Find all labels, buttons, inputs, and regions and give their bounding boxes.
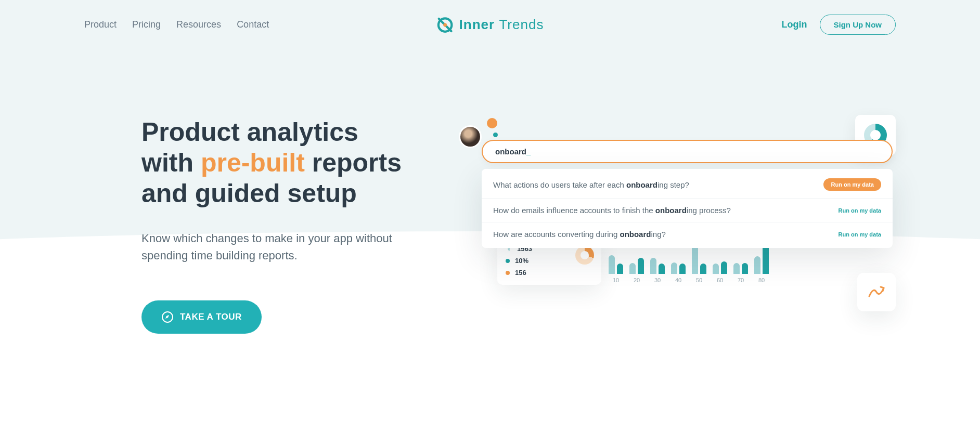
bar-label: 10	[613, 277, 619, 283]
bar	[733, 263, 740, 274]
suggestion-row[interactable]: How do emails influence accounts to fini…	[482, 199, 893, 222]
run-on-data-link[interactable]: Run on my data	[838, 207, 881, 214]
bar	[713, 264, 719, 274]
donut-small-icon	[575, 246, 594, 265]
bar-label: 40	[675, 277, 681, 283]
avatar	[459, 125, 482, 148]
bar-label: 30	[654, 277, 661, 283]
bar-label: 20	[634, 277, 640, 283]
hero-illustration: onboard_ What actions do users take afte…	[459, 117, 896, 335]
bar-label: 70	[738, 277, 744, 283]
svg-point-2	[443, 23, 447, 27]
search-input[interactable]: onboard_	[482, 140, 893, 163]
suggestion-text: What actions do users take after each on…	[493, 180, 814, 189]
signup-button[interactable]: Sign Up Now	[820, 15, 896, 35]
run-on-data-link[interactable]: Run on my data	[838, 231, 881, 238]
bar	[754, 256, 760, 274]
bar	[679, 264, 686, 274]
bar-label: 80	[758, 277, 765, 283]
dot-teal-icon	[506, 259, 510, 263]
site-header: Product Pricing Resources Contact Inner …	[84, 0, 896, 49]
hero-subtitle: Know which changes to make in your app w…	[141, 230, 407, 264]
stat-row: 156	[506, 267, 593, 279]
bar	[659, 264, 665, 274]
nav-pricing[interactable]: Pricing	[132, 19, 161, 30]
run-on-data-button[interactable]: Run on my data	[823, 178, 881, 191]
bar-group: 10	[609, 255, 623, 283]
login-link[interactable]: Login	[782, 19, 807, 30]
bar	[742, 263, 748, 274]
svg-marker-4	[165, 315, 169, 319]
logo-icon	[436, 16, 454, 34]
suggestions-panel: What actions do users take after each on…	[482, 169, 893, 248]
trusted-heading: Trusted by growth champions at product-l…	[0, 429, 980, 434]
bar	[700, 264, 706, 274]
primary-nav: Product Pricing Resources Contact	[84, 19, 269, 30]
bar-group: 20	[629, 258, 644, 283]
bar-group: 30	[650, 258, 665, 283]
bar	[638, 258, 644, 274]
bar	[721, 261, 727, 274]
bar-group: 60	[713, 261, 727, 283]
bar	[617, 264, 623, 274]
suggestion-row[interactable]: How are accounts converting during onboa…	[482, 222, 893, 246]
bar-group: 70	[733, 263, 748, 283]
nav-product[interactable]: Product	[84, 19, 117, 30]
nav-resources[interactable]: Resources	[176, 19, 221, 30]
brand-logo[interactable]: Inner Trends	[436, 16, 544, 34]
take-tour-button[interactable]: TAKE A TOUR	[141, 300, 262, 334]
decorative-dot-orange	[487, 118, 497, 128]
suggestion-text: How do emails influence accounts to fini…	[493, 206, 829, 215]
trend-action-card[interactable]	[857, 273, 896, 311]
stat-value: 10%	[515, 257, 528, 265]
stat-row: 10%	[506, 255, 593, 267]
cursor-icon: _	[526, 147, 531, 156]
bar	[629, 263, 636, 274]
compass-icon	[161, 311, 174, 323]
bar	[609, 255, 615, 274]
trend-up-icon	[867, 283, 886, 301]
logo-text: Inner Trends	[459, 17, 544, 33]
bar-group: 40	[671, 262, 686, 283]
decorative-dot-teal	[493, 133, 498, 137]
bar	[650, 258, 656, 274]
dot-orange-icon	[506, 271, 510, 275]
bar-label: 60	[717, 277, 723, 283]
bar-label: 50	[696, 277, 702, 283]
hero-section: Product analytics with pre-built reports…	[84, 49, 896, 335]
nav-contact[interactable]: Contact	[237, 19, 269, 30]
bar	[671, 262, 677, 274]
suggestion-text: How are accounts converting during onboa…	[493, 230, 829, 239]
hero-title: Product analytics with pre-built reports…	[141, 117, 417, 209]
stat-value: 156	[515, 269, 526, 277]
suggestion-row[interactable]: What actions do users take after each on…	[482, 171, 893, 199]
